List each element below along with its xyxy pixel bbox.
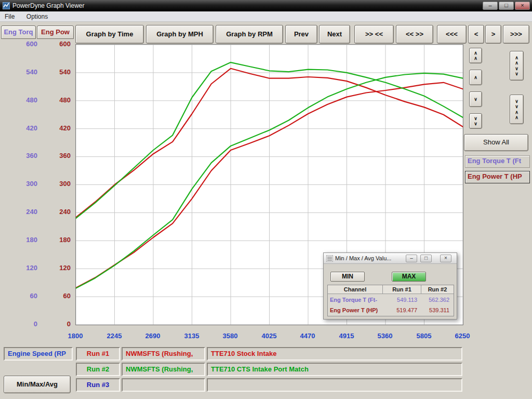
- run1-description-field[interactable]: TTE710 Stock Intake: [207, 347, 462, 361]
- y-tick-label: 300: [42, 179, 71, 189]
- x-tick-label: 5805: [406, 332, 442, 340]
- tab-eng-power[interactable]: Eng Pow: [37, 25, 74, 39]
- y-tick-label: 360: [8, 151, 37, 161]
- y-tick-label: 540: [8, 68, 37, 77]
- menu-bar: File Options: [0, 11, 532, 22]
- y-tick-label: 120: [8, 263, 37, 273]
- minmax-window-icon: [326, 255, 333, 262]
- minmax-table: Channel Run #1 Run #2 Eng Torque T (Ft- …: [327, 285, 454, 316]
- y-tick-label: 240: [42, 207, 71, 217]
- minimize-button[interactable]: –: [483, 2, 498, 10]
- tab-eng-torque[interactable]: Eng Torq: [1, 25, 36, 39]
- scroll-left-button[interactable]: <: [468, 25, 484, 44]
- scroll-fast-left-button[interactable]: <<<: [437, 25, 467, 44]
- x-tick-label: 4025: [251, 332, 287, 340]
- y-tick-label: 540: [42, 68, 71, 77]
- minmax-minimize-button[interactable]: –: [406, 255, 417, 262]
- x-tick-label: 6250: [444, 332, 481, 340]
- legend-eng-power[interactable]: Eng Power T (HP: [465, 171, 530, 183]
- title-bar: PowerDyne Graph Viewer – □ ×: [0, 0, 532, 11]
- minmax-window-title: Min / Max / Avg Valu...: [335, 255, 391, 261]
- minmax-restore-button[interactable]: □: [420, 255, 432, 262]
- show-all-button[interactable]: Show All: [464, 134, 528, 151]
- y-tick-label: 600: [42, 39, 71, 49]
- run1-value-cell: 549.113: [383, 295, 421, 305]
- min-toggle-button[interactable]: MIN: [330, 272, 365, 282]
- y-tick-label: 0: [8, 320, 37, 329]
- x-tick-label: 4470: [289, 332, 326, 340]
- y-tick-label: 60: [42, 291, 71, 301]
- scroll-fast-right-button[interactable]: >>>: [503, 25, 529, 44]
- scroll-right-button[interactable]: >: [485, 25, 501, 44]
- y-tick-label: 0: [42, 320, 71, 329]
- scale-down-button[interactable]: ∨: [469, 91, 482, 107]
- run2-row: Run #2 NWMSFTS (Rushing, TTE710 CTS Inta…: [0, 363, 532, 376]
- graph-by-mph-button[interactable]: Graph by MPH: [146, 25, 214, 44]
- channel-cell: Eng Torque T (Ft-: [328, 295, 383, 305]
- y-tick-label: 180: [8, 235, 37, 245]
- run3-label[interactable]: Run #3: [76, 378, 120, 392]
- y-tick-label: 420: [42, 124, 71, 133]
- run2-value-cell: 562.362: [421, 295, 454, 305]
- zoom-y-out-button[interactable]: ∨ ∨ ∧ ∧: [510, 95, 524, 124]
- x-tick-label: 2690: [135, 332, 171, 340]
- graph-by-time-button[interactable]: Graph by Time: [75, 25, 144, 44]
- x-tick-label: 1800: [57, 332, 94, 340]
- minmax-close-button[interactable]: ×: [440, 255, 451, 262]
- zoom-out-x-button[interactable]: << >>: [396, 25, 433, 44]
- run2-operator-field[interactable]: NWMSFTS (Rushing,: [122, 363, 205, 376]
- column-header-run2: Run #2: [421, 285, 454, 294]
- minmax-window: Min / Max / Avg Valu... – □ × MIN MAX Ch…: [323, 252, 457, 320]
- run1-row: Run #1 NWMSFTS (Rushing, TTE710 Stock In…: [0, 347, 532, 361]
- zoom-in-x-button[interactable]: >> <<: [354, 25, 394, 44]
- run3-row: Run #3: [0, 378, 532, 392]
- legend-eng-torque[interactable]: Eng Torque T (Ft: [465, 155, 530, 168]
- y-tick-label: 180: [42, 235, 71, 245]
- menu-options[interactable]: Options: [22, 12, 52, 21]
- maximize-button[interactable]: □: [499, 2, 514, 10]
- run2-value-cell: 539.311: [421, 305, 454, 315]
- y-tick-label: 480: [8, 96, 37, 105]
- close-button[interactable]: ×: [515, 2, 530, 10]
- prev-button[interactable]: Prev: [285, 25, 317, 44]
- menu-file[interactable]: File: [0, 12, 19, 21]
- x-tick-label: 3580: [212, 332, 248, 340]
- x-tick-label: 2245: [96, 332, 132, 340]
- scale-page-down-button[interactable]: ∨ ∨: [469, 113, 482, 129]
- run3-description-field[interactable]: [207, 378, 462, 392]
- x-tick-label: 5360: [367, 332, 403, 340]
- y-tick-label: 480: [42, 96, 71, 105]
- min-max-avg-button[interactable]: Min/Max/Avg: [4, 376, 71, 393]
- run1-operator-field[interactable]: NWMSFTS (Rushing,: [122, 347, 205, 361]
- scale-up-button[interactable]: ∧: [469, 70, 482, 85]
- y-tick-label: 600: [8, 39, 37, 49]
- x-tick-label: 3135: [174, 332, 210, 340]
- y-tick-label: 300: [8, 179, 37, 189]
- y-tick-label: 60: [8, 291, 37, 301]
- run3-operator-field[interactable]: [122, 378, 205, 392]
- y-tick-label: 120: [42, 263, 71, 273]
- app-icon: [3, 2, 10, 9]
- run2-description-field[interactable]: TTE710 CTS Intake Port Match: [207, 363, 462, 376]
- y-tick-label: 240: [8, 207, 37, 217]
- run2-label[interactable]: Run #2: [76, 363, 120, 376]
- column-header-run1: Run #1: [383, 285, 421, 294]
- window-title: PowerDyne Graph Viewer: [12, 2, 85, 9]
- run1-label[interactable]: Run #1: [76, 347, 120, 361]
- y-tick-label: 360: [42, 151, 71, 161]
- scale-page-up-button[interactable]: ∧ ∧: [469, 48, 482, 63]
- channel-cell: Eng Power T (HP): [328, 305, 383, 315]
- graph-by-rpm-button[interactable]: Graph by RPM: [216, 25, 283, 44]
- run1-value-cell: 519.477: [383, 305, 421, 315]
- x-tick-label: 4915: [328, 332, 365, 340]
- app-window: PowerDyne Graph Viewer – □ × File Option…: [0, 0, 532, 399]
- minmax-title-bar[interactable]: Min / Max / Avg Valu... – □ ×: [324, 253, 457, 264]
- column-header-channel: Channel: [328, 285, 383, 294]
- zoom-y-in-button[interactable]: ∧ ∧ ∨ ∨: [510, 51, 524, 81]
- max-toggle-button[interactable]: MAX: [392, 272, 426, 282]
- next-button[interactable]: Next: [319, 25, 350, 44]
- y-tick-label: 420: [8, 124, 37, 133]
